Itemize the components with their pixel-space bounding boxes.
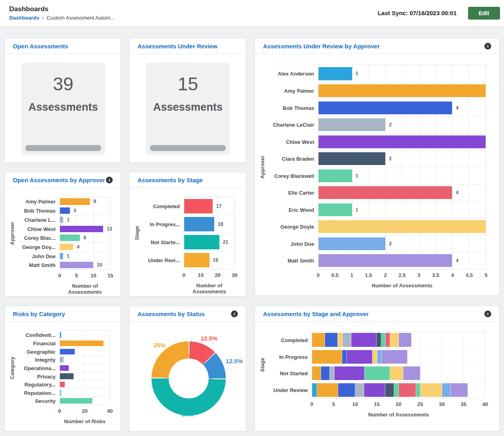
bar[interactable] — [319, 118, 385, 131]
bar[interactable] — [60, 235, 80, 241]
bar-segment[interactable] — [381, 333, 386, 347]
bar-segment[interactable] — [385, 383, 394, 397]
bar[interactable] — [60, 226, 103, 232]
bar[interactable] — [60, 198, 90, 205]
bar[interactable] — [60, 340, 104, 346]
bar[interactable] — [60, 253, 63, 259]
value-label: 1 — [356, 173, 359, 179]
bar-segment[interactable] — [390, 333, 399, 347]
bar[interactable] — [319, 67, 352, 80]
tick-label: 1.5 — [365, 272, 372, 278]
bar[interactable] — [60, 357, 64, 362]
info-icon[interactable]: i — [484, 43, 491, 50]
bar[interactable] — [60, 207, 70, 214]
bar[interactable] — [319, 102, 452, 114]
bar[interactable] — [319, 186, 452, 199]
bar[interactable] — [60, 382, 65, 387]
y-axis-title: Stage — [134, 226, 140, 240]
bar[interactable] — [60, 244, 73, 250]
bar[interactable] — [60, 390, 61, 396]
chart-assessments-by-status: 12.5%12.5%50%25% — [129, 322, 246, 431]
bar-segment[interactable] — [335, 366, 365, 380]
category-label: Not Started — [280, 370, 308, 376]
donut-chart[interactable] — [151, 341, 226, 416]
bar[interactable] — [60, 349, 75, 354]
bar-segment[interactable] — [364, 383, 385, 397]
kpi-unit-label: Assessments — [21, 101, 105, 113]
bar-segment[interactable] — [399, 383, 416, 397]
bar-segment[interactable] — [338, 333, 342, 347]
bar-segment[interactable] — [451, 383, 468, 397]
bar-segment[interactable] — [420, 383, 442, 397]
breadcrumb-root-link[interactable]: Dashboards — [9, 15, 39, 21]
bar-segment[interactable] — [330, 366, 335, 380]
bar-segment[interactable] — [403, 366, 420, 380]
bar-segment[interactable] — [312, 383, 317, 397]
tick-label: 1 — [350, 272, 353, 278]
bar-segment[interactable] — [416, 383, 421, 397]
bar[interactable] — [60, 217, 63, 223]
category-label: George Doy... — [22, 244, 56, 250]
bar[interactable] — [60, 373, 74, 379]
bar-row: John Doe1 — [60, 251, 110, 261]
bar[interactable] — [319, 84, 486, 97]
bar-row: Charlene L...1 — [60, 215, 110, 224]
bar[interactable] — [319, 237, 385, 250]
bar[interactable] — [184, 199, 213, 213]
bar[interactable] — [319, 169, 352, 182]
bar[interactable] — [184, 217, 214, 231]
bar-segment[interactable] — [377, 350, 382, 364]
info-icon[interactable]: i — [231, 311, 238, 317]
bar-segment[interactable] — [351, 333, 377, 347]
kpi-tile: 15 Assessments — [146, 63, 230, 155]
bar[interactable] — [60, 398, 92, 404]
tick-label: 0 — [310, 401, 313, 407]
info-icon[interactable]: i — [484, 311, 491, 317]
bar-segment[interactable] — [321, 366, 330, 380]
bar[interactable] — [319, 254, 452, 267]
bar[interactable] — [60, 365, 69, 371]
bar-segment[interactable] — [399, 333, 411, 347]
x-axis-title: Number of Risks — [60, 418, 110, 424]
card-title: Assessments Under Review by Approver — [263, 43, 380, 50]
bar-segment[interactable] — [338, 383, 355, 397]
tick-label: 30 — [232, 272, 237, 278]
bar-segment[interactable] — [365, 366, 390, 380]
bar-segment[interactable] — [312, 366, 321, 380]
bar[interactable] — [184, 253, 209, 267]
edit-button[interactable]: Edit — [468, 7, 500, 20]
bar[interactable] — [319, 135, 486, 148]
category-label: In Progress — [279, 354, 308, 360]
bar-segment[interactable] — [442, 383, 451, 397]
value-label: 13 — [107, 226, 112, 232]
bar-segment[interactable] — [355, 383, 364, 397]
bar-segment[interactable] — [342, 350, 347, 364]
slice-percentage-label: 50% — [181, 411, 193, 418]
bar[interactable] — [184, 235, 219, 249]
bar-segment[interactable] — [312, 333, 325, 347]
bar-segment[interactable] — [377, 333, 381, 347]
info-icon[interactable]: i — [106, 177, 113, 183]
bar[interactable] — [319, 203, 352, 216]
bar-row: Under Revi...15 — [184, 251, 234, 269]
bar[interactable] — [60, 262, 93, 268]
bar-segment[interactable] — [394, 383, 399, 397]
bar[interactable] — [319, 220, 486, 233]
category-label: Security — [35, 398, 56, 404]
bar-segment[interactable] — [343, 333, 351, 347]
bar-segment[interactable] — [386, 333, 390, 347]
bar-segment[interactable] — [325, 333, 338, 347]
card-risks-by-category: Risks by Category Confidenti...Financial… — [4, 306, 121, 432]
bar[interactable] — [319, 152, 385, 165]
bar-segment[interactable] — [390, 366, 403, 380]
bar-segment[interactable] — [347, 350, 373, 364]
bar-row: Regulatory... — [60, 380, 110, 388]
bar-segment[interactable] — [382, 350, 407, 364]
category-label: Operationa... — [24, 365, 56, 371]
value-label: 10 — [97, 262, 102, 268]
x-axis-ticks: 00.511.522.533.544.55 — [318, 272, 486, 279]
bar[interactable] — [60, 332, 61, 338]
bar-segment[interactable] — [312, 350, 342, 364]
bar-segment[interactable] — [317, 383, 338, 397]
bar-segment[interactable] — [373, 350, 377, 364]
